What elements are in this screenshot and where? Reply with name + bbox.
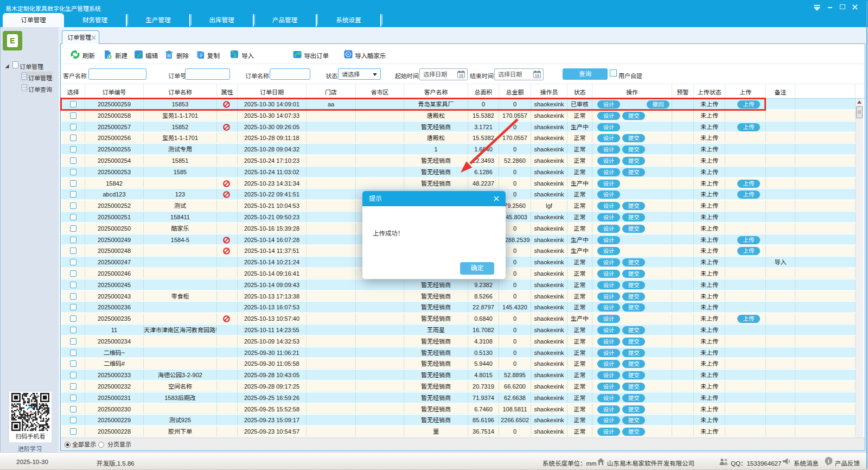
svg-text:15: 15 [535,74,539,78]
svg-text:i: i [828,458,829,464]
svg-text:15: 15 [459,74,463,78]
